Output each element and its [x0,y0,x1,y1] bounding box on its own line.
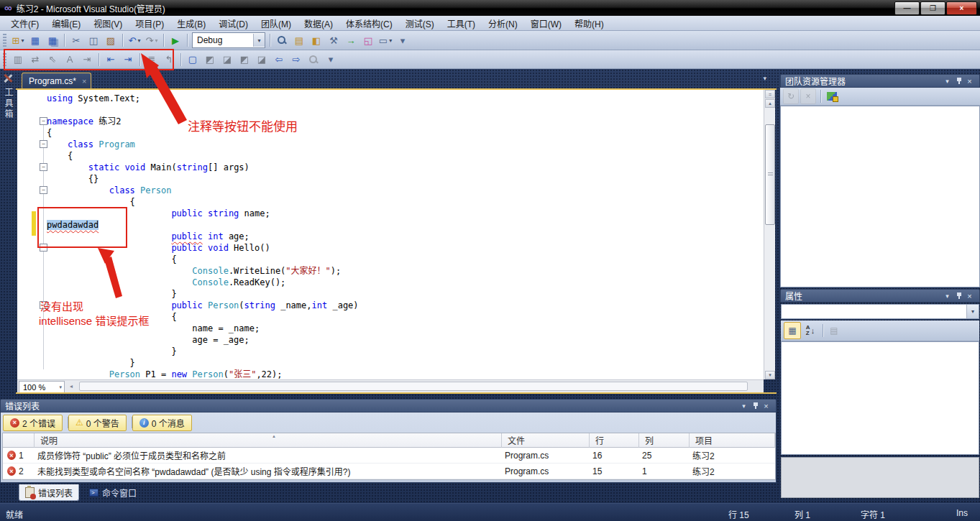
chevron-down-icon[interactable]: ▾ [155,37,157,44]
pin-icon[interactable] [956,77,963,86]
fold-marker[interactable]: − [40,117,47,125]
undo-button[interactable]: ↶▾ [127,32,142,48]
alphabetical-sort-button[interactable]: A Z↓ [802,323,818,338]
column-project[interactable]: 项目 [690,433,775,448]
chevron-down-icon[interactable]: ▾ [137,37,140,44]
toolbar-separator [64,34,65,47]
redo-button[interactable]: ↷▾ [144,32,160,48]
toggle-bookmark-button[interactable]: ▢ [185,52,201,68]
tab-error-list[interactable]: 错误列表 [19,484,79,501]
scroll-down-icon[interactable]: ▾ [765,371,775,379]
debug-config-value: Debug [193,35,253,45]
solution-explorer-button[interactable]: ◧ [308,32,324,48]
column-line[interactable]: 行 [590,433,639,448]
fold-marker[interactable]: − [40,186,47,194]
menu-item[interactable]: 文件(F) [4,16,45,31]
column-file[interactable]: 文件 [502,433,590,448]
save-all-button[interactable]: ▦ [45,32,60,48]
next-bookmark-folder-button[interactable]: ◪ [254,52,270,68]
start-page-button[interactable]: → [343,32,359,48]
command-window-button[interactable]: ▭▾ [377,32,393,48]
chevron-down-icon[interactable]: ▾ [253,34,265,47]
close-button[interactable]: × [946,1,977,15]
editor-horizontal-scrollbar[interactable]: 100 % ▾ ◂ [17,379,764,392]
scroll-left-icon[interactable]: ◂ [66,382,76,391]
tab-command-window[interactable]: > 命令窗口 [83,484,142,500]
menu-item[interactable]: 项目(P) [129,16,170,31]
debug-config-combo[interactable]: Debug▾ [192,32,265,48]
properties-window-button[interactable]: ▤ [291,32,307,48]
next-bookmark-button[interactable]: ◪ [219,52,235,68]
menu-item[interactable]: 生成(B) [170,16,212,31]
prev-bookmark-folder-button[interactable]: ◩ [237,52,252,68]
editor-zoom-select[interactable]: 100 % ▾ [19,381,65,393]
find-in-files-button[interactable] [274,32,290,48]
warnings-toggle-button[interactable]: ⚠ 0 个警告 [68,415,127,431]
save-button[interactable]: ▦ [27,32,43,48]
menu-item[interactable]: 窗口(W) [524,16,568,31]
menu-item[interactable]: 测试(S) [399,16,441,31]
column-description[interactable]: 说明 ▲ [35,433,502,448]
chevron-down-icon[interactable]: ▾ [21,37,24,44]
menu-item[interactable]: 分析(N) [482,16,524,31]
fold-marker[interactable]: − [40,140,47,148]
chevron-down-icon[interactable]: ▾ [966,305,979,318]
fold-marker[interactable]: − [40,163,47,171]
code-editor[interactable]: using System.Text;namespace 练习2{ class P… [17,90,764,379]
cut-button[interactable]: ✂ [68,32,84,48]
toolbox-button[interactable]: ⚒ [326,32,342,48]
copy-button[interactable]: ◫ [86,32,101,48]
splitter-handle[interactable]: = [765,90,775,98]
menu-item[interactable]: 帮助(H) [568,16,610,31]
categorized-button[interactable]: ▦ [784,322,801,339]
minimize-button[interactable]: — [894,1,920,15]
pin-icon[interactable] [956,292,963,300]
property-pages-button[interactable]: ▤ [826,323,842,338]
chevron-down-icon[interactable]: ▾ [738,402,749,410]
menu-item[interactable]: 体系结构(C) [339,16,399,31]
new-project-button[interactable]: ⊞▾ [10,32,26,48]
menu-item[interactable]: 数据(A) [298,16,339,31]
object-browser-button[interactable]: ◱ [360,32,376,48]
scroll-up-icon[interactable]: ▴ [765,99,775,108]
menu-item[interactable]: 团队(M) [255,16,298,31]
close-icon[interactable]: × [761,402,771,410]
down-arrow-icon: ↓ [811,326,815,335]
prev-bookmark-button[interactable]: ◩ [202,52,218,68]
cancel-button[interactable]: × [800,88,816,104]
paste-button[interactable]: ▨ [103,32,119,48]
start-debug-button[interactable]: ▶ [168,32,183,48]
chevron-down-icon[interactable]: ▾ [389,37,392,44]
error-description: 未能找到类型或命名空间名称 “pwdadawdad” (是否缺少 using 指… [35,464,502,479]
menu-item[interactable]: 编辑(E) [45,16,87,31]
error-row[interactable]: ×1成员修饰符 “public” 必须位于成员类型和名称之前Program.cs… [3,448,775,464]
next-bookmark-doc-button[interactable]: ⇨ [288,52,304,68]
error-row[interactable]: ×2未能找到类型或命名空间名称 “pwdadawdad” (是否缺少 using… [3,464,775,479]
toolbox-tab[interactable]: 工具箱 [2,88,14,120]
messages-toggle-button[interactable]: i 0 个消息 [132,415,192,431]
menu-item[interactable]: 视图(V) [87,16,129,31]
tab-close-icon[interactable]: × [82,77,86,86]
chevron-down-icon[interactable]: ▾ [942,292,953,300]
document-list-dropdown-icon[interactable]: ▾ [763,75,766,82]
horizontal-scroll-thumb[interactable] [79,382,748,391]
vertical-scroll-thumb[interactable] [765,124,775,225]
refresh-button[interactable]: ↻ [783,88,799,104]
clear-bookmarks-button[interactable] [306,52,321,68]
column-col[interactable]: 列 [639,433,690,448]
tab-program-cs[interactable]: Program.cs* × [22,73,91,88]
menu-item[interactable]: 调试(D) [212,16,255,31]
chevron-down-icon[interactable]: ▾ [942,78,953,85]
connect-to-team-project-button[interactable] [824,88,840,104]
pin-icon[interactable] [752,402,759,410]
close-icon[interactable]: × [964,77,975,86]
errors-toggle-button[interactable]: × 2 个错误 [3,415,63,431]
properties-object-combo[interactable]: ▾ [781,304,979,319]
restore-button[interactable]: ❐ [920,1,945,15]
editor-vertical-scrollbar[interactable]: = ▴ ▾ [764,90,775,379]
prev-bookmark-doc-button[interactable]: ⇦ [271,52,287,68]
close-icon[interactable]: × [964,292,975,300]
toolbar-options-button[interactable]: ▾ [395,32,411,48]
menu-item[interactable]: 工具(T) [441,16,482,31]
toolbar-options2-button[interactable]: ▾ [323,52,339,68]
